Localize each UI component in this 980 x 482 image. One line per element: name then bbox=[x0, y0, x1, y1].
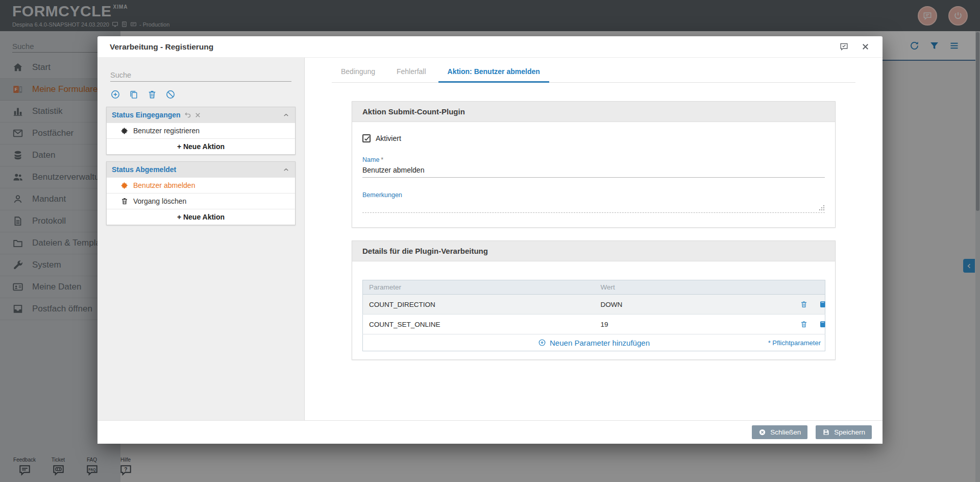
remarks-textarea[interactable] bbox=[362, 200, 825, 213]
required-mark: * bbox=[381, 156, 383, 163]
status-group-status-abgemeldet: Status Abgemeldet Benutzer abmelden Vorg… bbox=[106, 161, 296, 225]
enabled-checkbox-row[interactable]: Aktiviert bbox=[362, 134, 825, 142]
dialog-footer: Schließen Speichern bbox=[97, 420, 883, 444]
action-item-label: Vorgang löschen bbox=[133, 197, 186, 205]
enabled-label: Aktiviert bbox=[376, 134, 401, 142]
ban-icon[interactable] bbox=[165, 89, 176, 100]
close-button-label: Schließen bbox=[770, 428, 801, 436]
checkbox-checked-icon[interactable] bbox=[362, 134, 371, 142]
trash-icon bbox=[120, 197, 129, 205]
check-icon bbox=[363, 135, 371, 142]
close-button[interactable]: Schließen bbox=[752, 425, 807, 439]
delete-icon[interactable] bbox=[147, 89, 157, 100]
add-parameter-button[interactable]: Neuen Parameter hinzufügen bbox=[363, 334, 825, 351]
status-group-title: Status Abgemeldet bbox=[112, 165, 176, 174]
dialog-header: Verarbeitung - Registierung bbox=[97, 36, 883, 58]
column-header-parameter: Parameter bbox=[363, 280, 595, 295]
status-group-header[interactable]: Status Eingegangen bbox=[107, 107, 295, 123]
action-item-benutzer-registrieren[interactable]: Benutzer registrieren bbox=[107, 123, 295, 138]
delete-parameter-icon[interactable] bbox=[800, 300, 808, 308]
circle-x-icon bbox=[758, 428, 766, 436]
save-floppy-icon bbox=[822, 428, 830, 436]
tab-aktion-benutzer-abmelden[interactable]: Aktion: Benutzer abmelden bbox=[438, 63, 549, 83]
resize-handle-icon[interactable] bbox=[819, 205, 825, 211]
add-parameter-label: Neuen Parameter hinzufügen bbox=[550, 339, 650, 347]
puzzle-icon bbox=[120, 181, 129, 189]
action-panel: Aktion Submit-Count-Plugin Aktiviert Nam… bbox=[352, 101, 836, 228]
action-editor: Bedingung Fehlerfall Aktion: Benutzer ab… bbox=[305, 58, 883, 420]
workflow-toolbar bbox=[110, 89, 304, 100]
plus-circle-icon bbox=[538, 339, 546, 347]
parameter-value: DOWN bbox=[595, 295, 785, 315]
tab-label: Bedingung bbox=[341, 67, 375, 76]
tab-label: Aktion: Benutzer abmelden bbox=[448, 67, 540, 76]
add-status-icon[interactable] bbox=[110, 89, 120, 100]
close-icon[interactable] bbox=[861, 42, 870, 52]
details-panel-title: Details für die Plugin-Verarbeitung bbox=[352, 241, 835, 261]
action-item-benutzer-abmelden[interactable]: Benutzer abmelden bbox=[107, 177, 295, 193]
status-group-status-eingegangen: Status Eingegangen Benutzer registrieren… bbox=[106, 107, 296, 155]
puzzle-icon bbox=[120, 127, 129, 135]
column-header-wert: Wert bbox=[595, 280, 785, 295]
action-item-vorgang-löschen[interactable]: Vorgang löschen bbox=[107, 193, 295, 209]
new-action-button[interactable]: + Neue Aktion bbox=[107, 138, 295, 154]
action-panel-title: Aktion Submit-Count-Plugin bbox=[352, 102, 835, 122]
name-input[interactable] bbox=[362, 163, 825, 178]
tab-bedingung[interactable]: Bedingung bbox=[332, 63, 384, 83]
feedback-comment-icon[interactable] bbox=[839, 42, 849, 52]
tab-label: Fehlerfall bbox=[397, 67, 426, 76]
parameter-value: 19 bbox=[595, 315, 785, 334]
action-item-label: Benutzer registrieren bbox=[133, 127, 200, 135]
details-panel: Details für die Plugin-Verarbeitung Para… bbox=[352, 240, 836, 360]
workflow-search-input[interactable] bbox=[110, 69, 291, 82]
placeholder-book-icon[interactable] bbox=[819, 300, 827, 308]
chevron-up-icon[interactable] bbox=[282, 111, 290, 119]
dialog-title: Verarbeitung - Registierung bbox=[110, 42, 213, 52]
parameter-row: COUNT_SET_ONLINE 19 bbox=[363, 315, 825, 334]
undo-icon[interactable] bbox=[184, 111, 192, 119]
remove-status-icon[interactable] bbox=[194, 111, 202, 119]
tab-fehlerfall[interactable]: Fehlerfall bbox=[387, 63, 435, 83]
delete-parameter-icon[interactable] bbox=[800, 320, 808, 328]
action-item-label: Benutzer abmelden bbox=[133, 181, 195, 189]
placeholder-book-icon[interactable] bbox=[819, 320, 827, 328]
processing-dialog: Verarbeitung - Registierung Status Einge… bbox=[97, 36, 883, 444]
copy-icon[interactable] bbox=[129, 89, 139, 100]
remarks-label: Bemerkungen bbox=[362, 191, 825, 199]
tab-strip: Bedingung Fehlerfall Aktion: Benutzer ab… bbox=[332, 58, 855, 83]
parameter-name: COUNT_DIRECTION bbox=[363, 295, 595, 315]
name-label: Name* bbox=[362, 156, 825, 163]
parameter-table: Parameter Wert COUNT_DIRECTION DOWN COUN… bbox=[362, 280, 825, 351]
new-action-button[interactable]: + Neue Aktion bbox=[107, 209, 295, 225]
workflow-panel: Status Eingegangen Benutzer registrieren… bbox=[97, 58, 305, 420]
required-parameter-note: * Pflichtparameter bbox=[768, 334, 821, 351]
chevron-up-icon[interactable] bbox=[282, 166, 290, 174]
parameter-name: COUNT_SET_ONLINE bbox=[363, 315, 595, 334]
parameter-row: COUNT_DIRECTION DOWN bbox=[363, 295, 825, 315]
save-button[interactable]: Speichern bbox=[816, 425, 872, 439]
status-groups: Status Eingegangen Benutzer registrieren… bbox=[106, 107, 296, 225]
status-group-title: Status Eingegangen bbox=[112, 111, 181, 119]
save-button-label: Speichern bbox=[834, 428, 865, 436]
status-group-header[interactable]: Status Abgemeldet bbox=[107, 162, 295, 177]
